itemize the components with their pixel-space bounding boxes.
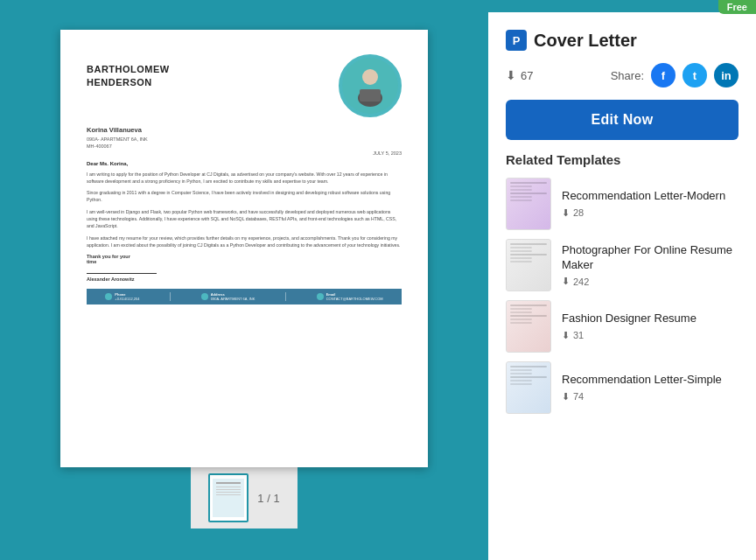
download-icon: ⬇ (506, 68, 516, 82)
template-thumbnail (506, 361, 551, 414)
page-indicator: 1 / 1 (257, 492, 279, 505)
doc-header: BARTHOLOMEWHENDERSON (87, 54, 402, 117)
related-template-name: Fashion Designer Resume (562, 312, 738, 326)
meta-row: ⬇ 67 Share: f t in (506, 63, 738, 88)
paragraph-1: I am writing to apply for the position o… (87, 171, 402, 186)
footer-phone-text: Phone +0-614/112,204 (115, 292, 139, 301)
download-icon: ⬇ (562, 207, 570, 219)
twitter-icon[interactable]: t (682, 63, 707, 88)
left-panel: BARTHOLOMEWHENDERSON Korina Villanu (0, 12, 488, 560)
document-name: BARTHOLOMEWHENDERSON (87, 63, 170, 90)
right-panel: P Cover Letter ⬇ 67 Share: f t in Edit N… (488, 12, 756, 560)
related-template-downloads: ⬇242 (562, 276, 738, 287)
download-icon: ⬇ (562, 276, 570, 287)
template-thumbnail (506, 239, 551, 291)
linkedin-icon[interactable]: in (714, 63, 738, 88)
footer-address: Address 090A- APARTMENT 6A, INK (201, 292, 256, 301)
template-item[interactable]: Fashion Designer Resume⬇31 (506, 300, 738, 353)
avatar-image (342, 58, 398, 114)
footer-divider-2 (285, 292, 286, 301)
dear-line: Dear Ms. Korina, (87, 161, 402, 166)
free-badge: Free (718, 0, 756, 14)
paragraph-2: Since graduating in 2011 with a degree i… (87, 189, 402, 204)
footer-email: Email CONTACT@BARTHOLOMEW.COM (317, 292, 383, 301)
template-thumbnail (506, 178, 551, 230)
recipient-address: 090A- APARTMENT 6A, INK MH-400067 (87, 136, 402, 150)
svg-rect-3 (360, 89, 381, 102)
closing-text: Thank you for yourtime (87, 254, 402, 264)
template-title: Cover Letter (534, 31, 637, 51)
phone-icon (105, 293, 112, 300)
date-line: JULY 5, 2023 (87, 150, 402, 156)
paragraph-4: I have attached my resume for your revie… (87, 234, 402, 249)
footer-address-text: Address 090A- APARTMENT 6A, INK (211, 292, 256, 301)
related-template-downloads: ⬇28 (562, 207, 738, 219)
download-icon: ⬇ (562, 330, 570, 341)
related-template-name: Recommendation Letter-Modern (562, 189, 738, 204)
footer-phone: Phone +0-614/112,204 (105, 292, 139, 301)
page-thumbnail[interactable] (208, 473, 248, 522)
share-label: Share: (611, 69, 644, 82)
document-footer: Phone +0-614/112,204 Address 090A- APART… (87, 289, 402, 304)
thumbnail-strip: 1 / 1 (191, 467, 297, 528)
edit-now-button[interactable]: Edit Now (506, 100, 738, 140)
facebook-icon[interactable]: f (651, 63, 676, 88)
related-title: Related Templates (506, 152, 738, 167)
address-icon (201, 293, 208, 300)
related-template-name: Photographer For Online Resume Maker (562, 243, 738, 273)
email-icon (317, 293, 324, 300)
template-item[interactable]: Recommendation Letter-Modern⬇28 (506, 178, 738, 230)
footer-email-text: Email CONTACT@BARTHOLOMEW.COM (326, 292, 383, 301)
doc-name-block: BARTHOLOMEWHENDERSON (87, 54, 170, 90)
download-count: ⬇ 67 (506, 68, 533, 82)
template-info: Photographer For Online Resume Maker⬇242 (562, 243, 738, 288)
download-icon: ⬇ (562, 391, 570, 402)
related-template-downloads: ⬇31 (562, 330, 738, 341)
footer-divider-1 (170, 292, 171, 301)
template-item[interactable]: Recommendation Letter-Simple⬇74 (506, 361, 738, 414)
thumbnail-mini (213, 479, 244, 517)
signature-line (87, 273, 157, 274)
svg-point-1 (362, 69, 378, 85)
recipient-name: Korina Villanueva (87, 126, 402, 134)
template-info: Fashion Designer Resume⬇31 (562, 312, 738, 341)
app-icon: P (506, 30, 527, 51)
share-section: Share: f t in (611, 63, 738, 88)
download-number: 67 (521, 69, 533, 82)
right-header: P Cover Letter (506, 30, 738, 51)
template-thumbnail (506, 300, 551, 353)
top-bar: Free (0, 0, 756, 12)
paragraph-3: I am well-versed in Django and Flask, tw… (87, 208, 402, 230)
related-template-name: Recommendation Letter-Simple (562, 373, 738, 388)
template-info: Recommendation Letter-Modern⬇28 (562, 189, 738, 219)
template-list: Recommendation Letter-Modern⬇28Photograp… (506, 178, 738, 414)
template-item[interactable]: Photographer For Online Resume Maker⬇242 (506, 239, 738, 291)
document-preview: BARTHOLOMEWHENDERSON Korina Villanu (60, 30, 428, 467)
related-template-downloads: ⬇74 (562, 391, 738, 402)
avatar (339, 54, 402, 117)
related-section: Related Templates Recommendation Letter-… (506, 152, 738, 542)
template-info: Recommendation Letter-Simple⬇74 (562, 373, 738, 402)
main-content: BARTHOLOMEWHENDERSON Korina Villanu (0, 12, 756, 560)
signer-name: Alexander Aronowitz (87, 276, 402, 282)
